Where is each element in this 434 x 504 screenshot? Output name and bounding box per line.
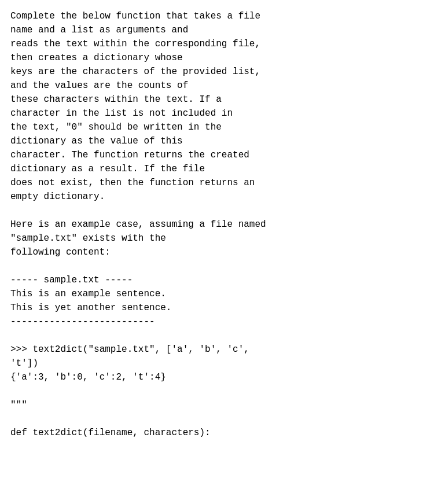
main-content: Complete the below function that takes a… bbox=[10, 9, 424, 440]
